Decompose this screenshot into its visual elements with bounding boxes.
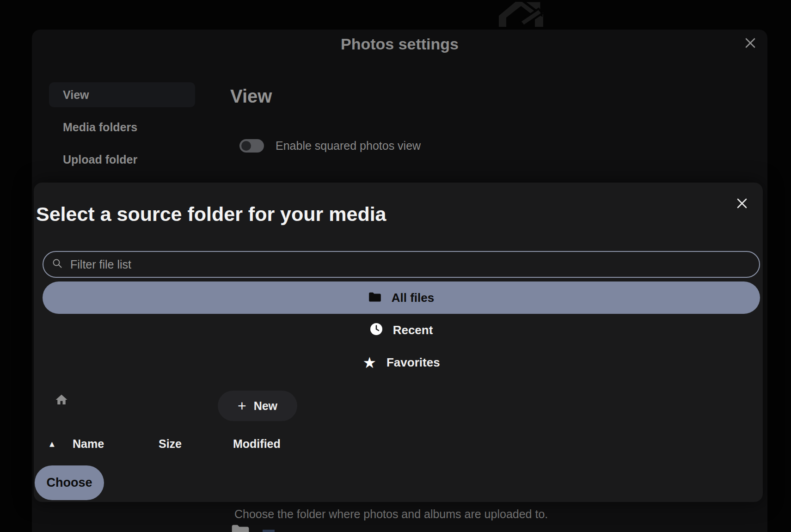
sidebar-item-upload-folder[interactable]: Upload folder bbox=[49, 147, 195, 172]
nav-item-label: Favorites bbox=[386, 355, 440, 370]
view-section-heading: View bbox=[230, 86, 272, 107]
column-header-modified[interactable]: Modified bbox=[233, 437, 281, 451]
settings-close-button[interactable] bbox=[743, 37, 757, 51]
clipped-text-fragment bbox=[263, 530, 275, 532]
column-header-size[interactable]: Size bbox=[159, 437, 182, 451]
folder-icon bbox=[231, 524, 250, 532]
nav-recent[interactable]: Recent bbox=[43, 314, 760, 346]
squared-photos-toggle-row: Enable squared photos view bbox=[239, 139, 421, 153]
sidebar-item-label: Upload folder bbox=[63, 153, 137, 166]
picker-title: Select a source folder for your media bbox=[36, 203, 386, 226]
page: Photos settings View Media folders Uploa… bbox=[0, 0, 791, 532]
nav-favorites[interactable]: ★ Favorites bbox=[43, 346, 760, 379]
file-table-header: ▲ Name Size Modified bbox=[34, 437, 763, 453]
nav-all-files[interactable]: All files bbox=[43, 281, 760, 314]
column-header-name[interactable]: Name bbox=[73, 437, 104, 451]
squared-photos-toggle-label: Enable squared photos view bbox=[276, 139, 421, 153]
sidebar-item-label: View bbox=[63, 88, 89, 102]
new-button-label: New bbox=[254, 399, 277, 413]
upload-folder-hint: Choose the folder where photos and album… bbox=[234, 508, 548, 521]
close-icon bbox=[744, 37, 756, 51]
settings-sidebar: View Media folders Upload folder bbox=[49, 82, 195, 172]
sidebar-item-media-folders[interactable]: Media folders bbox=[49, 115, 195, 140]
sidebar-item-label: Media folders bbox=[63, 121, 137, 134]
toggle-knob bbox=[241, 141, 251, 151]
choose-button[interactable]: Choose bbox=[35, 465, 104, 500]
picker-nav: All files Recent ★ Favorites bbox=[43, 281, 760, 379]
folder-icon bbox=[368, 292, 381, 304]
nav-item-label: Recent bbox=[393, 323, 433, 337]
picker-close-button[interactable] bbox=[734, 196, 750, 212]
nav-item-label: All files bbox=[392, 291, 434, 305]
clock-icon bbox=[370, 323, 383, 337]
app-logo-icon bbox=[495, 0, 543, 27]
sort-ascending-icon[interactable]: ▲ bbox=[49, 440, 55, 447]
folder-picker-modal: Select a source folder for your media Al… bbox=[34, 183, 763, 502]
close-icon bbox=[736, 197, 748, 211]
breadcrumb-home-button[interactable] bbox=[52, 391, 71, 410]
sidebar-item-view[interactable]: View bbox=[49, 82, 195, 107]
filter-file-list-input[interactable] bbox=[69, 257, 759, 272]
search-icon bbox=[52, 258, 63, 271]
star-icon: ★ bbox=[362, 355, 376, 370]
filter-input-container bbox=[43, 251, 760, 278]
home-icon bbox=[55, 393, 68, 409]
settings-dialog-title: Photos settings bbox=[32, 35, 767, 53]
squared-photos-toggle[interactable] bbox=[239, 139, 264, 153]
new-folder-button[interactable]: + New bbox=[218, 391, 297, 421]
plus-icon: + bbox=[238, 398, 246, 413]
